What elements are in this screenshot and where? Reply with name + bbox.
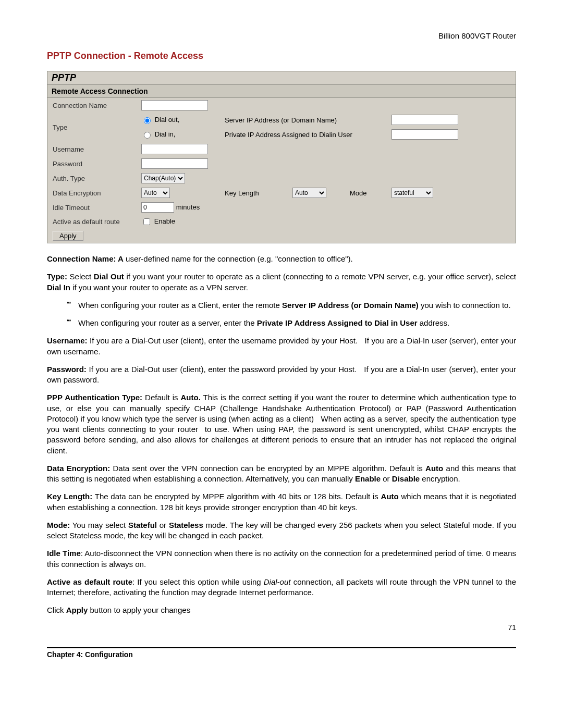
label-server-ip: Server IP Address (or Domain Name) (219, 113, 386, 127)
dial-out-radio[interactable] (144, 117, 151, 124)
label-type: Type (47, 113, 136, 142)
page-title: PPTP Connection - Remote Access (47, 51, 516, 61)
dial-in-radio[interactable] (144, 132, 151, 139)
label-password: Password (47, 156, 136, 171)
dial-in-label: Dial in, (155, 130, 176, 138)
device-header: Billion 800VGT Router (47, 31, 516, 40)
label-username: Username (47, 142, 136, 156)
enable-checkbox[interactable] (143, 218, 150, 225)
private-ip-input[interactable] (391, 129, 458, 140)
idle-input[interactable] (141, 202, 174, 213)
mode-select[interactable]: stateful (391, 188, 433, 198)
description-text: Connection Name: A user-defined name for… (47, 254, 516, 616)
dial-out-label: Dial out, (155, 116, 180, 124)
label-conn-name: Connection Name (47, 98, 136, 113)
label-dataenc: Data Encryption (47, 186, 136, 200)
chapter-title: Chapter 4: Configuration (47, 650, 133, 659)
enable-label: Enable (154, 217, 175, 225)
label-active: Active as default route (47, 215, 136, 229)
password-input[interactable] (141, 158, 208, 169)
label-private-ip: Private IP Address Assigned to Dialin Us… (219, 127, 386, 142)
server-ip-input[interactable] (391, 115, 458, 125)
keylength-select[interactable]: Auto (292, 188, 326, 198)
label-keylength: Key Length (219, 186, 287, 200)
username-input[interactable] (141, 144, 208, 154)
conn-name-input[interactable] (141, 100, 208, 110)
label-authtype: Auth. Type (47, 171, 136, 186)
pptp-panel: PPTP Remote Access Connection Connection… (47, 71, 516, 243)
minutes-label: minutes (176, 203, 200, 211)
panel-subtitle: Remote Access Connection (47, 85, 516, 98)
panel-title: PPTP (47, 71, 516, 85)
authtype-select[interactable]: Chap(Auto) (141, 173, 185, 183)
page-number: 71 (47, 623, 516, 632)
apply-button[interactable]: Apply (53, 231, 83, 241)
label-mode: Mode (345, 186, 386, 200)
label-idle: Idle Timeout (47, 200, 136, 215)
dataenc-select[interactable]: Auto (141, 188, 170, 198)
